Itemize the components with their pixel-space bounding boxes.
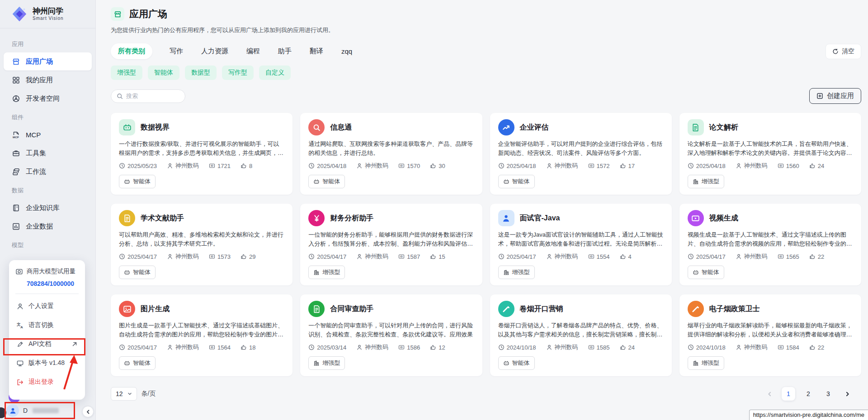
app-meta: 2025/04/18 神州数码 ID 1572 [498, 162, 664, 170]
page-button[interactable]: 3 [821, 387, 835, 401]
app-type-tag: 智能体 [688, 266, 724, 279]
next-page-button[interactable] [841, 388, 853, 400]
menu-item-api-docs[interactable]: API文档 [15, 335, 79, 354]
app-id: ID 1572 [588, 163, 610, 169]
app-card[interactable]: 面试官-Java 这是一款专为Java面试官设计的智能辅助工具，通过人工智能技术… [490, 204, 672, 285]
filter-tags-row: 增强型智能体数据型写作型自定义 [111, 65, 861, 80]
app-card[interactable]: 视频生成 视频生成是一款基于人工智能技术、通过文字描述或上传的图片、自动生成符合… [679, 204, 861, 285]
app-icon [119, 119, 135, 135]
sidebar-item-developer-space[interactable]: 开发者空间 [4, 89, 92, 107]
filter-tag[interactable]: 智能体 [148, 65, 179, 80]
clock-icon [119, 344, 125, 350]
building-icon [313, 269, 320, 275]
plus-square-icon [816, 93, 823, 99]
svg-text:ID: ID [590, 164, 593, 167]
menu-item-logout[interactable]: 退出登录 [15, 373, 79, 392]
app-likes: 22 [809, 253, 824, 260]
user-row[interactable]: D [6, 404, 59, 417]
app-card[interactable]: 卷烟开口营销 卷烟开口营销达人，了解卷烟各品牌产品的特点、优势、价格、以及其他与… [490, 294, 672, 376]
app-card[interactable]: 电子烟政策卫士 烟草行业的电子烟政策解读助手，能够根据最新的电子烟政策，提供详细… [679, 294, 861, 376]
filter-tag[interactable]: 增强型 [111, 65, 142, 80]
app-market-icon [111, 7, 124, 21]
category-tab[interactable]: 助手 [277, 43, 292, 59]
app-type-tag: 增强型 [308, 356, 345, 370]
prev-page-button[interactable] [764, 388, 775, 400]
page-size-select[interactable]: 12 [111, 387, 137, 401]
sidebar-item-my-apps[interactable]: 我的应用 [4, 71, 92, 89]
svg-text:ID: ID [779, 346, 782, 349]
app-card[interactable]: 学术文献助手 可以帮助用户高效、精准、多维地检索相关文献和论文，并进行分析、总结… [111, 204, 292, 285]
category-tab[interactable]: 所有类别 [111, 43, 152, 59]
thumbs-up-icon [430, 344, 436, 350]
app-icon [688, 119, 704, 135]
menu-item-personal-settings[interactable]: 个人设置 [15, 297, 79, 316]
filter-tag[interactable]: 写作型 [222, 65, 254, 80]
app-icon [119, 301, 135, 317]
building-icon [313, 360, 320, 366]
svg-text:A: A [20, 325, 23, 329]
page-button[interactable]: 1 [782, 387, 795, 401]
page-button[interactable]: 2 [802, 387, 815, 401]
menu-item-language-switch[interactable]: 文 A 语言切换 [15, 316, 79, 335]
app-id: ID 1565 [778, 253, 799, 260]
app-type-tag: 增强型 [308, 266, 345, 279]
app-card[interactable]: 财务分析助手 一位智能的财务分析助手，能够根据用户提供的财务数据进行深入分析，包… [300, 204, 482, 285]
sidebar-item-mcp[interactable]: MCP MCP [4, 126, 92, 144]
translate-icon: 文 A [16, 322, 24, 329]
app-card-header: 图片生成 [119, 301, 284, 317]
search-box[interactable] [111, 89, 185, 103]
app-likes: 17 [620, 163, 635, 169]
category-tab[interactable]: 写作 [169, 43, 184, 59]
category-tab[interactable]: 人力资源 [200, 43, 229, 59]
chevron-down-icon [127, 392, 132, 396]
app-card[interactable]: 合同审查助手 一个智能的合同审查助手，可以针对用户上传的合同，进行风险识别、合规… [300, 294, 482, 376]
app-meta: 2025/04/17 神州数码 ID 1573 [119, 252, 284, 261]
app-card[interactable]: 信息通 通过网站爬取、互联网搜索等多种渠道获取客户、产品、品牌等的相关信息，并进… [300, 113, 482, 195]
monitor-icon [16, 359, 24, 367]
app-meta: 2025/04/17 神州数码 ID 1564 [119, 343, 284, 351]
app-card[interactable]: 论文解析 论文解析是一款基于人工智能技术的工具，旨在帮助用户快速、深入地理解和解… [679, 113, 861, 195]
app-author: 神州数码 [546, 162, 578, 170]
app-card[interactable]: 图片生成 图片生成是一款基于人工智能技术、通过文字描述或基础图片、自动生成符合需… [111, 294, 292, 376]
quota-icon [15, 268, 23, 275]
app-card-header: 财务分析助手 [308, 210, 474, 226]
filter-tag[interactable]: 自定义 [259, 65, 291, 80]
sidebar-item-enterprise-data[interactable]: 企业数据 [4, 217, 92, 235]
create-app-button[interactable]: 创建应用 [809, 88, 861, 104]
sidebar-item-workflow[interactable]: 工作流 [4, 163, 92, 181]
create-button-label: 创建应用 [827, 92, 854, 100]
category-tab[interactable]: zqq [340, 44, 353, 59]
app-card[interactable]: 数据视界 一个进行数据搜索/获取、并进行可视化展示的智能助手，可以根据用户的需求… [111, 113, 292, 195]
sidebar-item-toolset[interactable]: 工具集 [4, 144, 92, 162]
category-tab[interactable]: 编程 [245, 43, 261, 59]
sidebar-item-app-market[interactable]: 应用广场 [4, 52, 92, 70]
thumbs-up-icon [809, 163, 816, 169]
clear-button[interactable]: 清空 [826, 44, 861, 59]
sidebar-collapse-button[interactable] [82, 406, 94, 417]
clock-icon [688, 253, 694, 260]
id-badge-icon: ID [588, 253, 594, 260]
thumbs-up-icon [430, 163, 436, 169]
app-type-tag: 增强型 [688, 356, 724, 370]
app-type-tag: 增强型 [688, 175, 724, 188]
app-id: ID 1560 [778, 163, 799, 169]
menu-item-version[interactable]: 版本号 v1.48 [15, 354, 79, 373]
search-input[interactable] [126, 93, 179, 99]
filter-tag[interactable]: 数据型 [185, 65, 217, 80]
status-bar-url: https://smartvision-pre.digitalchina.com… [749, 410, 868, 420]
id-badge-icon: ID [209, 163, 215, 169]
app-id: ID 1587 [398, 253, 420, 260]
quota-label: 商用大模型试用量 [27, 267, 75, 275]
app-card[interactable]: 企业评估 企业智能评估助手，可以对用户提到的企业进行综合评估，包括新闻动态、经营… [490, 113, 672, 195]
robot-icon [124, 269, 130, 275]
workflow-icon [12, 168, 20, 176]
author-icon [546, 253, 552, 260]
main-content: 应用广场 为您提供行业内热门的公有应用程序，您可以从应用广场上添加到我的应用进行… [96, 0, 868, 420]
app-author: 神州数码 [167, 343, 199, 351]
category-tab[interactable]: 翻译 [309, 43, 324, 59]
app-id: ID 1554 [588, 253, 610, 260]
thumbs-up-icon [620, 253, 626, 260]
author-icon [356, 344, 363, 350]
sidebar-item-knowledge-base[interactable]: 企业知识库 [4, 199, 92, 217]
app-icon [688, 210, 704, 226]
